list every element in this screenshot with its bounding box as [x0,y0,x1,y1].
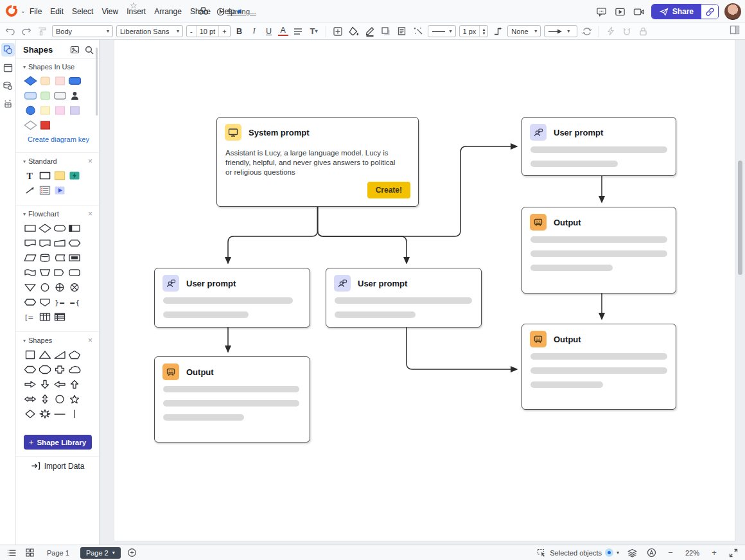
zoom-in-button[interactable]: + [708,547,721,559]
light-pink-square-swatch[interactable] [53,105,67,116]
peach-rounded-square-swatch[interactable] [38,75,52,86]
magnet-icon[interactable] [620,25,633,38]
frames-panel-tool[interactable] [1,61,15,74]
close-section-icon[interactable]: × [87,157,94,166]
arrow-horizontal-shape[interactable] [23,394,37,405]
underline-button[interactable]: U [263,27,275,36]
shadow-icon[interactable] [380,25,392,38]
off-page-connector-shape[interactable] [38,297,52,308]
node-system-prompt[interactable]: System prompt Assistant is Lucy, a large… [216,117,419,207]
lock-icon[interactable] [636,25,649,38]
line-width-value[interactable]: 1 px [460,26,480,37]
arrow-right-shape[interactable] [23,379,37,390]
rectangle-shape[interactable] [38,170,52,181]
import-data-button[interactable]: Import Data [16,456,99,475]
document-shape[interactable] [23,238,37,249]
canvas-area[interactable]: System prompt Assistant is Lucy, a large… [100,40,745,545]
off-page-link-shape[interactable] [23,297,37,308]
arrow-vertical-shape[interactable] [38,394,52,405]
node-output-left[interactable]: Output [154,356,310,442]
add-page-icon[interactable] [126,547,139,559]
triangle-shape[interactable] [38,349,52,360]
node-output-right-2[interactable]: Output [522,324,676,410]
line-width-arrows[interactable]: ▲▼ [479,26,487,37]
light-red-square-swatch[interactable] [53,75,67,86]
lucid-logo-icon[interactable] [5,4,18,17]
octagon-shape[interactable] [38,364,52,375]
data-panel-tool[interactable] [1,79,15,92]
video-camera-icon[interactable] [633,5,645,18]
zoom-out-button[interactable]: − [664,547,677,559]
circle-shape[interactable] [53,394,67,405]
data-shape[interactable] [23,252,37,263]
canvas-vertical-scrollbar[interactable] [738,161,742,275]
shapes-panel-tool[interactable] [1,43,15,57]
vertical-line-shape[interactable] [67,408,82,419]
manual-operation-shape[interactable] [38,267,52,278]
node-user-prompt-left[interactable]: User prompt [154,268,310,328]
preparation-shape[interactable] [67,238,82,249]
merge-shape[interactable] [23,282,37,293]
blue-rounded-rect-swatch[interactable] [67,75,82,86]
shape-library-button[interactable]: + Shape Library [24,435,92,450]
diamond-shape[interactable] [23,408,37,419]
copy-link-button[interactable] [701,4,718,19]
white-diamond-swatch[interactable] [23,119,37,130]
more-shapes-tool[interactable] [1,97,15,110]
red-square-swatch[interactable] [38,119,52,130]
play-tile-shape[interactable] [53,185,67,196]
burst-shape[interactable] [38,408,52,419]
connector-shape[interactable] [38,282,52,293]
search-icon[interactable] [85,46,94,55]
star-shape[interactable] [67,394,82,405]
manual-input-shape[interactable] [53,238,67,249]
brace-left-shape[interactable]: ={ [67,297,82,308]
line-style-select[interactable]: ▾ [428,25,456,37]
note-list-shape[interactable] [38,185,52,196]
hexagon-shape[interactable] [23,364,37,375]
text-color-button[interactable]: A [278,26,288,37]
zoom-level[interactable]: 22% [683,549,701,557]
predefined-process-shape[interactable] [67,223,82,234]
lightning-actions-icon[interactable] [604,25,617,38]
blue-circle-swatch[interactable] [23,105,37,116]
text-align-icon[interactable] [292,25,304,38]
process-shape[interactable] [23,223,37,234]
or-junction-shape[interactable] [53,282,67,293]
favorite-star-icon[interactable]: ☆ [130,1,137,10]
logo-chevron-icon[interactable]: ⌄ [21,8,26,14]
selected-objects-dropdown[interactable]: Selected objects ▾ [537,548,619,557]
autosave-status[interactable]: Saving... [216,0,256,23]
user-avatar[interactable] [724,3,741,20]
node-output-right-1[interactable]: Output [522,207,676,293]
connector-style-icon[interactable] [491,25,504,38]
arrow-up-shape[interactable] [67,379,82,390]
brace-right-shape[interactable]: }= [53,297,67,308]
font-size-value[interactable]: 10 pt [196,26,218,37]
text-options-icon[interactable]: T▾ [308,25,320,38]
horizontal-line-shape[interactable] [53,408,67,419]
table-rows-shape[interactable] [53,311,67,322]
close-section-icon[interactable]: × [87,336,94,345]
page-tab-1[interactable]: Page 1 [41,547,75,559]
menu-edit[interactable]: Edit [50,7,64,16]
redo-icon[interactable] [20,25,33,38]
page-tab-2[interactable]: Page 2▾ [80,547,121,559]
close-section-icon[interactable]: × [87,209,94,218]
sticky-note-shape[interactable] [53,170,67,181]
comments-icon[interactable] [595,5,608,18]
display-shape[interactable] [23,267,37,278]
delay-shape[interactable] [53,267,67,278]
lavender-square-swatch[interactable] [67,105,82,116]
format-painter-icon[interactable] [36,25,49,38]
line-start-select[interactable]: None▾ [507,25,541,37]
layers-icon[interactable] [626,547,638,559]
font-family-select[interactable]: Liberation Sans▾ [116,25,183,37]
undo-icon[interactable] [4,25,17,38]
menu-arrange[interactable]: Arrange [154,7,182,16]
internal-storage-shape[interactable] [67,252,82,263]
sidebar-scrollbar[interactable] [96,48,98,116]
page-grid-icon[interactable] [23,547,36,559]
alternate-process-shape[interactable] [67,267,82,278]
gray-rounded-rect-swatch[interactable] [53,90,67,101]
